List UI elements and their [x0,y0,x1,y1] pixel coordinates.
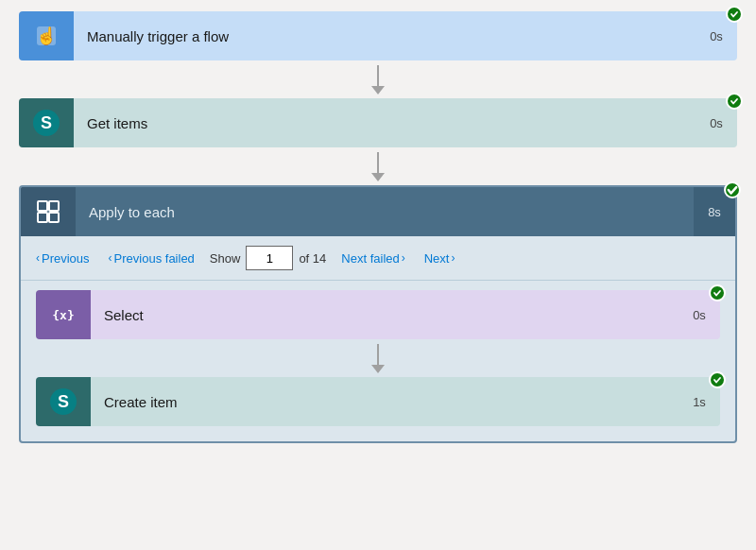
trigger-label: Manually trigger a flow [74,11,696,60]
pagination-bar: ‹ Previous ‹ Previous failed Show of 14 … [21,236,735,281]
chevron-right-nextfail-icon: › [402,251,405,265]
arrow-inner [371,339,385,377]
createitem-success-badge [709,371,726,388]
previous-button[interactable]: ‹ Previous [36,251,90,266]
trigger-icon: ☝ [19,11,74,60]
getitems-label: Get items [74,98,696,147]
chevron-left-prev-icon: ‹ [36,251,40,265]
select-label: Select [91,290,679,339]
apply-each-label: Apply to each [76,204,694,220]
svg-rect-5 [49,201,59,211]
getitems-step: S Get items 0s [19,98,737,147]
apply-each-icon [21,187,76,236]
svg-text:S: S [41,113,52,132]
select-icon: {x} [36,290,91,339]
svg-text:☝: ☝ [36,26,58,46]
select-success-badge [709,284,726,301]
flow-container: ☝ Manually trigger a flow 0s S Get items… [0,0,756,462]
chevron-left-prevfail-icon: ‹ [109,251,112,265]
select-step: {x} Select 0s [36,290,720,339]
arrow-1 [371,60,385,98]
trigger-success-badge [726,6,743,23]
apply-each-header: Apply to each 8s [21,187,735,236]
svg-rect-7 [49,213,59,222]
svg-text:S: S [58,392,69,411]
apply-each-container: Apply to each 8s ‹ Previous ‹ Previous f… [19,185,737,443]
show-label: Show [210,251,241,266]
next-button[interactable]: Next › [424,251,455,266]
next-failed-button[interactable]: Next failed › [341,251,404,266]
createitem-label: Create item [91,377,679,426]
svg-rect-4 [38,201,47,211]
arrow-2 [371,147,385,185]
inner-steps: {x} Select 0s S [21,281,735,441]
createitem-step: S Create item 1s [36,377,720,426]
createitem-icon: S [36,377,91,426]
apply-each-success-badge [724,181,741,198]
page-input[interactable] [246,246,293,270]
of-total-label: of 14 [299,251,326,266]
getitems-icon: S [19,98,74,147]
getitems-success-badge [726,93,743,110]
previous-failed-button[interactable]: ‹ Previous failed [109,251,195,266]
svg-rect-6 [38,213,47,222]
chevron-right-next-icon: › [451,251,455,265]
trigger-step: ☝ Manually trigger a flow 0s [19,11,737,60]
